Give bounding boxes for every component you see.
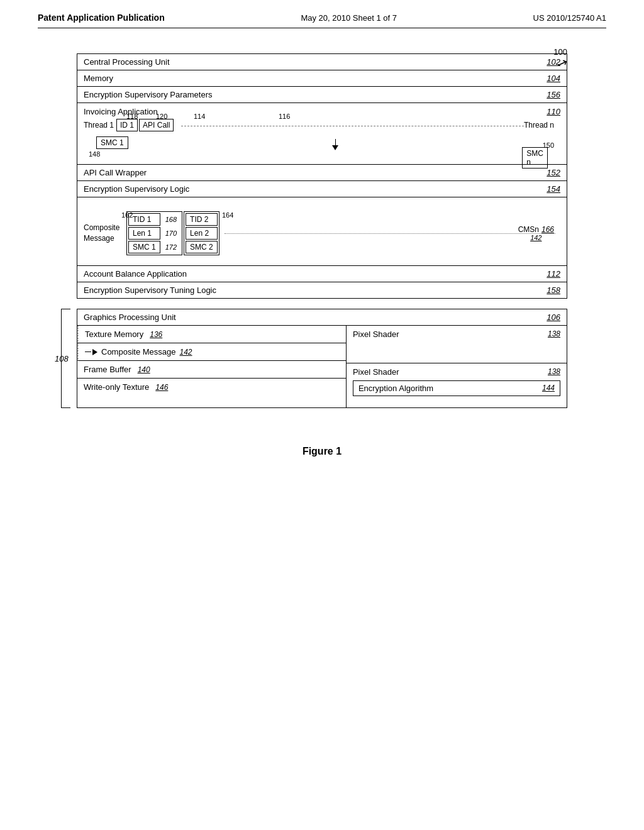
bracket-108	[61, 309, 70, 408]
esl-row: Encryption Supervisory Logic 154	[77, 181, 567, 197]
memory-ref: 104	[547, 74, 560, 83]
publication-label: Patent Application Publication	[38, 13, 165, 23]
texture-memory-label: Texture Memory	[85, 329, 143, 339]
left-table: TID 1 168 Len 1 170 SMC 1 172	[126, 211, 182, 255]
pixel-shader-1-label: Pixel Shader	[353, 329, 399, 339]
estl-ref: 158	[547, 285, 560, 295]
esl-ref: 154	[547, 184, 560, 194]
api-wrapper-ref: 152	[547, 168, 560, 177]
ref-170: 170	[162, 227, 180, 240]
arrow-down-icon	[332, 145, 338, 150]
composite-message-gpu-label: Composite Message	[101, 347, 176, 357]
memory-row: Memory 104	[77, 70, 567, 87]
estl-row: Encryption Supervisory Tuning Logic 158	[77, 282, 567, 298]
pixel-shader-2-ref: 138	[548, 367, 560, 377]
smc-row: SMC 1 148 1	[84, 136, 560, 158]
esp-row: Encryption Supervisory Parameters 156	[77, 87, 567, 103]
thread-dashed-line	[181, 126, 524, 126]
smc1-cell: SMC 1	[128, 241, 160, 253]
gpu-left: Texture Memory 136 Composite Message 142	[77, 326, 347, 407]
api-wrapper-row: API Call Wrapper 152	[77, 165, 567, 181]
texture-memory-row: Texture Memory 136	[77, 326, 346, 343]
tid2-cell: TID 2	[186, 213, 218, 226]
gpu-wrapper: 108 Graphics Processing Unit 106	[77, 309, 567, 408]
invoicing-label: Invoicing Application	[84, 107, 158, 116]
esl-label: Encryption Supervisory Logic	[84, 184, 189, 194]
frame-buffer-row: Frame Buffer 140	[77, 361, 346, 379]
figure-caption: Figure 1	[77, 446, 567, 457]
pixel-shader-2-row: Pixel Shader 138 Encryption Algorithm 14…	[347, 363, 567, 407]
right-table: TID 2 Len 2 SMC 2	[184, 211, 219, 255]
cpu-box: Central Processing Unit 102 Memory 104 E…	[77, 53, 567, 299]
smc1-box: SMC 1	[96, 136, 128, 149]
gpu-header-row: Graphics Processing Unit 106	[77, 309, 567, 326]
composite-dots	[225, 233, 555, 234]
arrow-left-line	[85, 351, 91, 352]
gpu-right: Pixel Shader 138 Pixel Shader 138	[347, 326, 567, 407]
smc2-cell: SMC 2	[186, 241, 218, 253]
cms-label: CMSn	[518, 225, 539, 234]
composite-message-gpu-row: Composite Message 142	[77, 343, 346, 361]
cpu-label: Central Processing Unit	[84, 57, 170, 67]
invoicing-ref: 110	[547, 107, 560, 116]
cpu-ref: 102	[547, 57, 560, 67]
texture-memory-ref: 136	[150, 330, 162, 339]
invoicing-section: Invoicing Application 110 118 120 114 11…	[77, 103, 567, 165]
api-wrapper-label: API Call Wrapper	[84, 168, 147, 177]
account-balance-row: Account Balance Application 112	[77, 266, 567, 282]
composite-section: 162 164 Composite Message TID 1	[77, 197, 567, 266]
frame-buffer-label: Frame Buffer	[84, 365, 131, 374]
write-only-label: Write-only Texture	[84, 382, 149, 392]
pixel-shader-1-row: Pixel Shader 138	[347, 326, 567, 363]
write-only-row: Write-only Texture 146	[77, 379, 346, 396]
account-balance-ref: 112	[547, 269, 560, 279]
memory-label: Memory	[84, 74, 113, 83]
pixel-shader-2-label: Pixel Shader	[353, 367, 399, 377]
gpu-label: Graphics Processing Unit	[84, 313, 176, 322]
page: Patent Application Publication May 20, 2…	[0, 0, 644, 830]
arrow-line-down	[335, 139, 336, 145]
encryption-algo-box: Encryption Algorithm 144	[353, 380, 560, 396]
date-sheet: May 20, 2010 Sheet 1 of 7	[301, 13, 397, 23]
gpu-box: Graphics Processing Unit 106 Texture Mem…	[77, 309, 567, 408]
thread-n-label: Thread n	[524, 121, 554, 130]
tid1-cell: TID 1	[128, 213, 160, 226]
gpu-ref: 106	[547, 313, 560, 322]
id1-box: ID 1	[116, 119, 138, 131]
write-only-ref: 146	[155, 383, 168, 392]
encryption-algo-ref: 144	[542, 384, 555, 393]
gpu-inner: Texture Memory 136 Composite Message 142	[77, 326, 567, 407]
cms-group: CMSn 166 142	[518, 225, 554, 241]
esp-ref: 156	[547, 90, 560, 99]
outer-wrapper: Central Processing Unit 102 Memory 104 E…	[77, 53, 567, 408]
ref-148: 148	[89, 150, 100, 158]
arrow-right-icon	[92, 349, 97, 355]
cms-ref: 166	[541, 225, 554, 234]
ref-168: 168	[162, 213, 180, 226]
patent-number: US 2010/125740 A1	[533, 13, 606, 23]
estl-label: Encryption Supervisory Tuning Logic	[84, 285, 216, 295]
ref-142-up: 142	[530, 234, 541, 241]
api-box: API Call	[139, 119, 174, 131]
thread-row: Thread 1 ID 1 API Call Thread n	[84, 119, 560, 131]
ref-172: 172	[162, 241, 180, 253]
composite-message-gpu-ref: 142	[180, 348, 192, 357]
len2-cell: Len 2	[186, 227, 218, 240]
account-balance-label: Account Balance Application	[84, 269, 187, 279]
pixel-shader-1-ref: 138	[548, 329, 560, 338]
frame-buffer-ref: 140	[138, 365, 150, 374]
thread1-label: Thread 1	[84, 121, 114, 130]
composite-msg-label: Composite Message	[84, 223, 121, 244]
encryption-algo-label: Encryption Algorithm	[358, 384, 433, 393]
header: Patent Application Publication May 20, 2…	[38, 13, 606, 28]
cpu-header-row: Central Processing Unit 102	[77, 54, 567, 70]
len1-cell: Len 1	[128, 227, 160, 240]
diagram-area: 100 ↙ Central Processing Unit 102 Memory…	[77, 53, 567, 457]
esp-label: Encryption Supervisory Parameters	[84, 90, 212, 99]
